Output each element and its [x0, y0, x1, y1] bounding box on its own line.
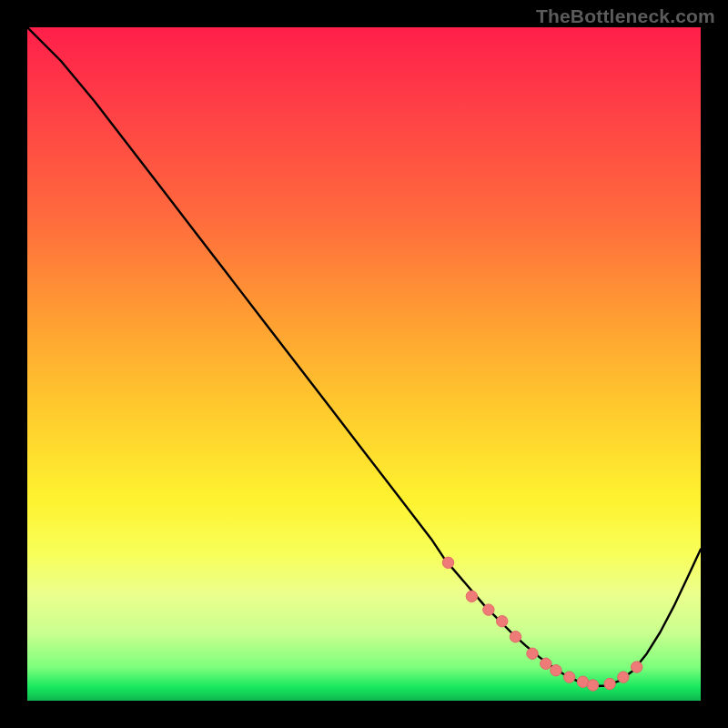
watermark-text: TheBottleneck.com	[536, 5, 715, 27]
highlight-dot	[497, 616, 508, 627]
highlight-dot	[604, 678, 615, 689]
plot-area	[27, 27, 701, 701]
highlight-dot	[483, 604, 494, 615]
highlight-dot	[618, 672, 629, 682]
highlight-dot	[551, 665, 561, 676]
curve-svg	[27, 27, 701, 701]
highlight-dots	[442, 557, 642, 691]
highlight-dot	[564, 672, 575, 682]
highlight-dot	[442, 557, 453, 568]
highlight-dot	[541, 658, 551, 669]
highlight-dot	[577, 676, 588, 687]
bottleneck-curve	[27, 27, 701, 686]
highlight-dot	[587, 680, 598, 691]
chart-frame: TheBottleneck.com	[0, 0, 728, 728]
highlight-dot	[632, 662, 642, 672]
highlight-dot	[510, 632, 521, 642]
highlight-dot	[527, 648, 538, 659]
highlight-dot	[466, 591, 477, 602]
